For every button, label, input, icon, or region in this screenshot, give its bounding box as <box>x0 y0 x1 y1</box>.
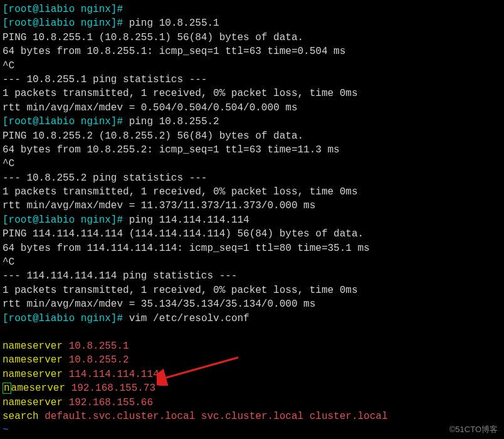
prompt-line-0: [root@liabio nginx]# <box>3 3 501 16</box>
ping3-output-0: PING 114.114.114.114 (114.114.114.114) 5… <box>3 227 501 241</box>
prompt-line-1[interactable]: [root@liabio nginx]# ping 10.8.255.1 <box>3 16 501 30</box>
ping3-output-5: rtt min/avg/max/mdev = 35.134/35.134/35.… <box>3 297 501 311</box>
ping2-output-0: PING 10.8.255.2 (10.8.255.2) 56(84) byte… <box>3 129 501 143</box>
vim-tilde-line: ~ <box>3 423 501 437</box>
resolv-line-0: nameserver 10.8.255.1 <box>3 339 501 353</box>
prompt-line-2[interactable]: [root@liabio nginx]# ping 10.8.255.2 <box>3 115 501 129</box>
ping1-output-4: 1 packets transmitted, 1 received, 0% pa… <box>3 87 501 100</box>
resolv-line-2: nameserver 114.114.114.114 <box>3 368 501 381</box>
resolv-line-4: nameserver 192.168.155.66 <box>3 396 501 410</box>
prompt-line-3[interactable]: [root@liabio nginx]# ping 114.114.114.11… <box>3 213 501 227</box>
ping3-output-2: ^C <box>3 255 501 269</box>
ping2-output-1: 64 bytes from 10.8.255.2: icmp_seq=1 ttl… <box>3 143 501 157</box>
ping3-output-4: 1 packets transmitted, 1 received, 0% pa… <box>3 283 501 297</box>
vim-cursor: n <box>3 383 11 394</box>
ping1-output-0: PING 10.8.255.1 (10.8.255.1) 56(84) byte… <box>3 31 501 45</box>
ping1-output-5: rtt min/avg/max/mdev = 0.504/0.504/0.504… <box>3 101 501 115</box>
ping2-output-5: rtt min/avg/max/mdev = 11.373/11.373/11.… <box>3 199 501 213</box>
resolv-search-line: search default.svc.cluster.local svc.clu… <box>3 410 501 423</box>
ping3-output-3: --- 114.114.114.114 ping statistics --- <box>3 269 501 283</box>
resolv-line-1: nameserver 10.8.255.2 <box>3 353 501 367</box>
ping1-output-1: 64 bytes from 10.8.255.1: icmp_seq=1 ttl… <box>3 45 501 58</box>
prompt-line-4[interactable]: [root@liabio nginx]# vim /etc/resolv.con… <box>3 312 501 325</box>
watermark-text: ©51CTO博客 <box>449 424 498 435</box>
blank-line <box>3 325 501 339</box>
resolv-line-3[interactable]: nameserver 192.168.155.73 <box>3 381 501 395</box>
ping3-output-1: 64 bytes from 114.114.114.114: icmp_seq=… <box>3 241 501 255</box>
ping2-output-3: --- 10.8.255.2 ping statistics --- <box>3 171 501 185</box>
ping1-output-2: ^C <box>3 59 501 73</box>
ping2-output-4: 1 packets transmitted, 1 received, 0% pa… <box>3 185 501 199</box>
ping2-output-2: ^C <box>3 157 501 171</box>
ping1-output-3: --- 10.8.255.1 ping statistics --- <box>3 73 501 87</box>
